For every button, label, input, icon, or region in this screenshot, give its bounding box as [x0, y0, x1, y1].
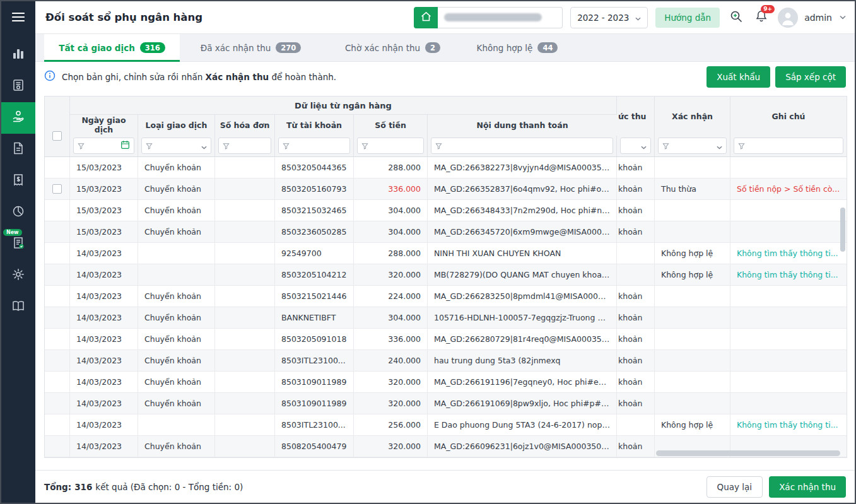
checkbox-cell: [45, 179, 70, 199]
tab-label: Đã xác nhận thu: [201, 43, 271, 53]
method-cell: khoản: [617, 157, 655, 178]
col-header-account[interactable]: Từ tài khoản: [275, 115, 354, 136]
row-checkbox[interactable]: [52, 184, 62, 194]
filter-type[interactable]: [141, 138, 211, 154]
table-row[interactable]: 14/03/2023 Chuyển khoản BANKNETIBFT 304.…: [45, 307, 847, 329]
col-header-note[interactable]: Ghi chú: [730, 97, 847, 136]
filter-invoice[interactable]: [218, 138, 271, 154]
col-header-invoice[interactable]: Số hóa đơn: [215, 115, 275, 136]
filter-method[interactable]: [620, 138, 651, 154]
avatar[interactable]: [778, 8, 798, 28]
hand-coin-icon: [11, 110, 25, 126]
confirm-cell: [655, 393, 730, 414]
table-row[interactable]: 14/03/2023 Chuyển khoản 8503215021446 22…: [45, 286, 847, 307]
school-name-input[interactable]: [438, 7, 563, 28]
col-header-confirm[interactable]: Xác nhận: [655, 97, 730, 136]
col-header-type[interactable]: Loại giao dịch: [138, 115, 215, 136]
table-row[interactable]: 14/03/2023 Chuyển khoản 8503109011989 32…: [45, 372, 847, 393]
filter-date[interactable]: [73, 138, 134, 154]
checkbox-cell: [45, 286, 70, 307]
sidebar-item-guide[interactable]: [1, 291, 35, 323]
account-cell: 8508205400479: [275, 436, 354, 457]
sidebar-item-fees[interactable]: [1, 71, 35, 102]
content-cell: MA_GD:266096231|6ojz1v0@MISA000350, ...: [428, 436, 617, 457]
select-all-checkbox[interactable]: [52, 131, 62, 141]
back-button[interactable]: Quay lại: [706, 476, 763, 498]
account-cell: 8503205091018: [275, 329, 354, 349]
footer-actions: Quay lại Xác nhận thu: [706, 476, 846, 498]
header-controls: 2022 - 2023 Hướng dẫn 9+ admin: [414, 7, 846, 28]
sidebar-item-bank-reconciliation[interactable]: [1, 102, 35, 134]
sidebar-item-contracts[interactable]: New: [1, 228, 35, 260]
username: admin: [804, 13, 832, 23]
table-row[interactable]: 15/03/2023 Chuyển khoản 8503205160793 33…: [45, 179, 847, 200]
method-cell: khoản: [617, 221, 655, 242]
group-header: Dữ liệu từ ngân hàng: [70, 97, 617, 115]
type-cell: [138, 414, 215, 435]
sidebar-item-settings[interactable]: [1, 260, 35, 291]
calendar-icon[interactable]: [120, 140, 130, 152]
col-header-method[interactable]: ức thu: [617, 97, 654, 136]
hamburger-menu-button[interactable]: [1, 1, 35, 35]
funnel-icon: [146, 140, 153, 152]
school-year-select[interactable]: 2022 - 2023: [570, 7, 648, 28]
filter-content[interactable]: [431, 138, 613, 154]
school-year-value: 2022 - 2023: [577, 13, 629, 23]
arrange-columns-button[interactable]: Sắp xếp cột: [775, 66, 846, 88]
note-cell: [730, 372, 847, 392]
type-cell: Chuyển khoản: [138, 350, 215, 371]
note-cell: [730, 200, 847, 221]
table-row[interactable]: 14/03/2023 8503205104212 320.000 MB(7282…: [45, 264, 847, 286]
filter-note[interactable]: [734, 138, 843, 154]
search-button[interactable]: [727, 8, 745, 27]
confirm-cell: Không hợp lệ: [655, 243, 730, 264]
note-cell: [730, 329, 847, 349]
tab-pending[interactable]: Chờ xác nhận thu 2: [322, 34, 464, 61]
select-all-cell: [45, 97, 70, 156]
horizontal-scrollbar[interactable]: [656, 450, 840, 456]
table-row[interactable]: 15/03/2023 Chuyển khoản 8503205044365 28…: [45, 157, 847, 179]
notifications-button[interactable]: 9+: [753, 8, 770, 27]
type-cell: [138, 243, 215, 264]
table-row[interactable]: 14/03/2023 92549700 288.000 NINH THI XUA…: [45, 243, 847, 264]
sidebar-item-documents[interactable]: [1, 134, 35, 165]
col-header-amount[interactable]: Số tiền: [354, 115, 428, 136]
table-row[interactable]: 14/03/2023 Chuyển khoản 8503205091018 33…: [45, 329, 847, 350]
table-row[interactable]: 14/03/2023 Chuyển khoản 8503109011989 32…: [45, 393, 847, 414]
table-row[interactable]: 15/03/2023 Chuyển khoản 8503215032465 30…: [45, 200, 847, 221]
tab-invalid[interactable]: Không hợp lệ 44: [464, 34, 571, 61]
content-cell: MA_GD:266191069|8pw9xljo, Hoc phi#p#[2..…: [428, 393, 617, 414]
summary-text: Tổng: 316 kết quả (Đã chọn: 0 - Tổng tiề…: [44, 482, 243, 492]
checkbox-cell: [45, 329, 70, 349]
filter-amount[interactable]: [357, 138, 424, 154]
table-row[interactable]: 14/03/2023 Chuyển khoản 8503ITL23100... …: [45, 350, 847, 372]
note-cell: Không tìm thấy thông ti...: [730, 414, 847, 435]
invoice-cell: [215, 243, 275, 264]
sidebar-item-dashboard[interactable]: [1, 39, 35, 71]
method-cell: [617, 243, 655, 264]
account-cell: 8503109011989: [275, 393, 354, 414]
table-row[interactable]: 15/03/2023 Chuyển khoản 8503236050285 30…: [45, 221, 847, 243]
tab-count-badge: 2: [425, 42, 440, 53]
checkbox-cell: [45, 157, 70, 178]
tab-confirmed[interactable]: Đã xác nhận thu 270: [180, 34, 322, 61]
confirm-cell: [655, 372, 730, 392]
col-header-content[interactable]: Nội dung thanh toán: [428, 115, 617, 136]
filter-confirm[interactable]: [658, 138, 727, 154]
confirm-receipt-button[interactable]: Xác nhận thu: [769, 476, 846, 498]
filter-account[interactable]: [278, 138, 350, 154]
col-header-date[interactable]: Ngày giao dịch: [70, 115, 138, 136]
user-menu-chevron-icon[interactable]: [840, 15, 846, 20]
sidebar-item-receipts[interactable]: [1, 165, 35, 197]
vertical-scrollbar[interactable]: [840, 208, 845, 252]
chevron-down-icon: [201, 140, 207, 152]
export-button[interactable]: Xuất khẩu: [706, 66, 770, 88]
content-cell: hau trung dung 5ta3 (82jnmexq: [428, 350, 617, 371]
guide-button[interactable]: Hướng dẫn: [655, 8, 720, 28]
chevron-down-icon: [717, 140, 722, 152]
sidebar-item-reports[interactable]: [1, 197, 35, 228]
table-row[interactable]: 14/03/2023 8503ITL23100... 256.000 E Dao…: [45, 414, 847, 436]
checkbox-cell: [45, 436, 70, 457]
tab-all-transactions[interactable]: Tất cả giao dịch 316: [44, 34, 180, 61]
home-button[interactable]: [414, 7, 438, 28]
